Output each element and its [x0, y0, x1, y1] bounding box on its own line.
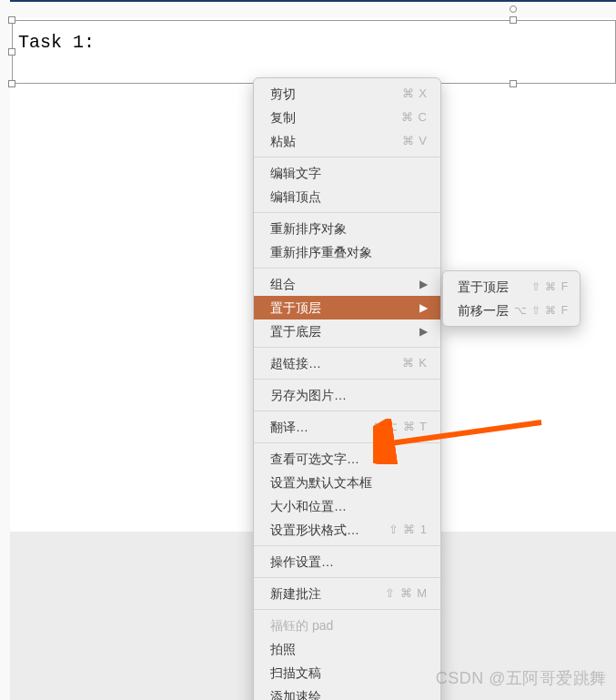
menu-shortcut: ^ ⌥ ⌘ T	[373, 418, 428, 436]
menu-separator	[254, 411, 440, 411]
menu-separator	[254, 347, 440, 348]
menu-label: 编辑顶点	[270, 188, 321, 206]
menu-cut[interactable]: 剪切 ⌘ X	[254, 82, 440, 106]
menu-add-sketch[interactable]: 添加速绘	[254, 685, 440, 700]
menu-label: 前移一层	[458, 301, 509, 320]
context-menu: 剪切 ⌘ X 复制 ⌘ C 粘贴 ⌘ V 编辑文字 编辑顶点 重新排序对象 重新…	[253, 77, 441, 700]
menu-size-and-position[interactable]: 大小和位置…	[254, 494, 440, 518]
chevron-right-icon: ▶	[419, 299, 428, 317]
menu-shortcut: ⌘ K	[402, 354, 428, 372]
resize-handle-n[interactable]	[510, 16, 517, 24]
menu-format-shape[interactable]: 设置形状格式… ⇧ ⌘ 1	[254, 518, 440, 542]
menu-separator	[254, 212, 440, 213]
menu-label: 另存为图片…	[270, 386, 347, 404]
resize-handle-s[interactable]	[510, 80, 517, 87]
menu-label: 组合	[270, 275, 296, 293]
menu-view-alt-text[interactable]: 查看可选文字…	[254, 447, 440, 471]
menu-label: 置于底层	[270, 322, 321, 340]
menu-shortcut: ⌘ C	[401, 108, 428, 127]
menu-separator	[254, 157, 440, 157]
menu-label: 添加速绘	[270, 687, 321, 700]
resize-handle-sw[interactable]	[8, 80, 15, 87]
menu-separator	[254, 609, 440, 610]
menu-translate[interactable]: 翻译… ^ ⌥ ⌘ T	[254, 415, 440, 439]
menu-shortcut: ⇧ ⌘ F	[531, 278, 569, 296]
submenu-bring-to-front: 置于顶层 ⇧ ⌘ F 前移一层 ⌥ ⇧ ⌘ F	[442, 270, 581, 327]
menu-separator	[254, 379, 440, 380]
menu-shortcut: ⌘ X	[402, 85, 428, 103]
menu-label: 重新排序对象	[270, 219, 347, 238]
menu-reorder-objects[interactable]: 重新排序对象	[254, 217, 440, 240]
menu-bring-to-front[interactable]: 置于顶层 ▶	[254, 296, 440, 320]
menu-edit-text[interactable]: 编辑文字	[254, 161, 440, 185]
menu-label: 翻译…	[270, 418, 308, 436]
menu-label: 重新排序重叠对象	[270, 243, 372, 261]
menu-take-photo[interactable]: 拍照	[254, 637, 440, 661]
chevron-right-icon: ▶	[419, 275, 428, 293]
selected-textbox[interactable]: Task 1:	[12, 20, 616, 84]
menu-group[interactable]: 组合 ▶	[254, 272, 440, 296]
menu-scan-document[interactable]: 扫描文稿	[254, 661, 440, 685]
menu-label: 扫描文稿	[270, 664, 321, 682]
chevron-right-icon: ▶	[419, 322, 428, 340]
menu-label: 复制	[270, 108, 296, 127]
menu-new-comment[interactable]: 新建批注 ⇧ ⌘ M	[254, 582, 440, 605]
menu-reorder-overlap[interactable]: 重新排序重叠对象	[254, 240, 440, 264]
menu-separator	[254, 268, 440, 269]
menu-label: 设置形状格式…	[270, 521, 359, 539]
menu-label: 置于顶层	[458, 278, 509, 296]
submenu-bring-to-front-item[interactable]: 置于顶层 ⇧ ⌘ F	[443, 275, 580, 299]
menu-set-default-textbox[interactable]: 设置为默认文本框	[254, 471, 440, 494]
menu-shortcut: ⌥ ⇧ ⌘ F	[514, 301, 569, 320]
rotate-handle[interactable]	[510, 5, 517, 13]
menu-label: 拍照	[270, 640, 296, 658]
menu-label: 超链接…	[270, 354, 321, 372]
menu-shortcut: ⌘ V	[402, 132, 428, 150]
menu-continuity-device: 福钰的 pad	[254, 614, 440, 637]
resize-handle-nw[interactable]	[8, 16, 15, 24]
menu-label: 置于顶层	[270, 299, 321, 317]
menu-copy[interactable]: 复制 ⌘ C	[254, 106, 440, 129]
app-title-bar	[10, 0, 616, 4]
submenu-bring-forward-item[interactable]: 前移一层 ⌥ ⇧ ⌘ F	[443, 299, 580, 322]
menu-shortcut: ⇧ ⌘ M	[385, 584, 428, 603]
menu-label: 剪切	[270, 85, 296, 103]
menu-paste[interactable]: 粘贴 ⌘ V	[254, 129, 440, 153]
menu-label: 操作设置…	[270, 553, 334, 571]
menu-separator	[254, 442, 440, 443]
menu-send-to-back[interactable]: 置于底层 ▶	[254, 320, 440, 343]
menu-hyperlink[interactable]: 超链接… ⌘ K	[254, 351, 440, 375]
menu-label: 编辑文字	[270, 164, 321, 182]
menu-label: 新建批注	[270, 584, 321, 603]
menu-label: 设置为默认文本框	[270, 473, 372, 492]
menu-label: 福钰的 pad	[270, 616, 333, 634]
menu-label: 粘贴	[270, 132, 296, 150]
menu-separator	[254, 545, 440, 546]
menu-label: 大小和位置…	[270, 497, 347, 515]
menu-shortcut: ⇧ ⌘ 1	[389, 521, 428, 539]
menu-action-settings[interactable]: 操作设置…	[254, 550, 440, 573]
menu-label: 查看可选文字…	[270, 450, 359, 468]
menu-edit-vertex[interactable]: 编辑顶点	[254, 185, 440, 208]
textbox-content: Task 1:	[18, 32, 95, 53]
menu-separator	[254, 577, 440, 578]
watermark: CSDN @五阿哥爱跳舞	[436, 667, 607, 689]
menu-save-as-picture[interactable]: 另存为图片…	[254, 383, 440, 407]
resize-handle-w[interactable]	[8, 48, 15, 56]
